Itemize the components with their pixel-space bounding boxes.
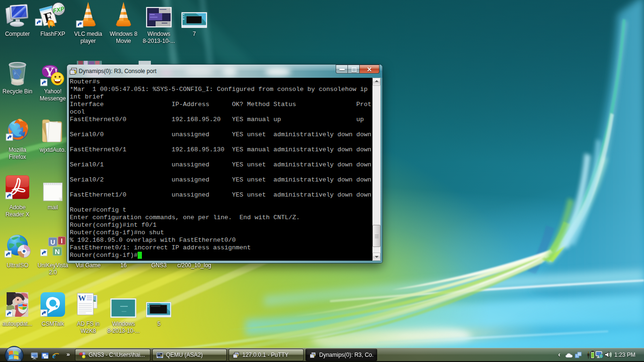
svg-text:N: N	[55, 247, 60, 255]
svg-text:49: 49	[160, 354, 163, 357]
svg-text:U: U	[50, 239, 55, 246]
svg-text:e: e	[52, 352, 56, 360]
svg-text:I: I	[61, 237, 63, 245]
svg-text:W: W	[78, 294, 86, 303]
